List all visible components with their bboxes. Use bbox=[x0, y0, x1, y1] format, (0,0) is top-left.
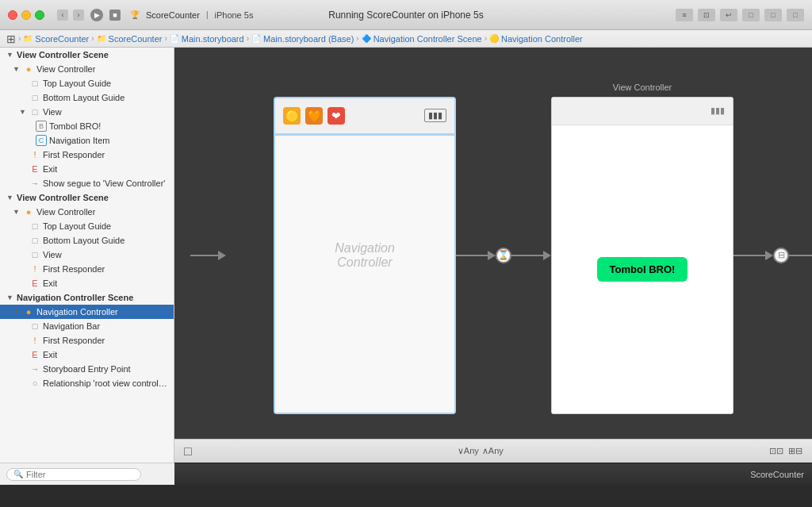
grid-view-icon[interactable]: ⊞ bbox=[6, 33, 16, 45]
sidebar-section-vc-1[interactable]: ▼ View Controller Scene bbox=[0, 48, 174, 62]
view-mode-btn-5[interactable]: □ bbox=[764, 9, 782, 21]
sidebar-item-top-layout[interactable]: □ Top Layout Guide bbox=[0, 76, 174, 90]
responder-icon-1: ! bbox=[29, 149, 40, 160]
view-mode-btn-6[interactable]: □ bbox=[787, 9, 804, 21]
vc-topbar: ▮▮▮ bbox=[552, 98, 733, 125]
sidebar-item-first-responder-2[interactable]: ! First Responder bbox=[0, 262, 174, 276]
zoom-fit-btn[interactable]: ⊡⊡ bbox=[769, 446, 783, 456]
sidebar-item-exit-3[interactable]: E Exit bbox=[0, 348, 174, 362]
arrowhead-2 bbox=[543, 251, 551, 260]
run-button[interactable]: ▶ bbox=[90, 9, 103, 21]
breadcrumb-nav-scene[interactable]: 🔷 Navigation Controller Scene bbox=[362, 34, 482, 44]
tombol-button[interactable]: Tombol BRO! bbox=[597, 257, 688, 282]
canvas-add-button[interactable]: □ bbox=[184, 444, 192, 459]
vc-frame: ▮▮▮ Tombol BRO! bbox=[551, 97, 733, 414]
sidebar-item-relationship[interactable]: ○ Relationship 'root view controller'... bbox=[0, 376, 174, 390]
app-icon: 🏆 bbox=[130, 10, 140, 19]
back-button[interactable]: ‹ bbox=[57, 10, 68, 21]
breadcrumb-nav-controller[interactable]: 🟡 Navigation Controller bbox=[489, 34, 583, 44]
relationship-icon: ○ bbox=[29, 378, 40, 389]
minimize-button[interactable] bbox=[21, 10, 31, 20]
responder-icon-2: ! bbox=[29, 263, 40, 275]
view-icon-1: □ bbox=[29, 106, 40, 117]
vc-body: Tombol BRO! bbox=[552, 125, 733, 413]
stop-button[interactable]: ■ bbox=[109, 10, 121, 21]
view-mode-btn-1[interactable]: ≡ bbox=[676, 9, 693, 21]
scene-top-icons: 🟡 🧡 ❤ bbox=[283, 107, 345, 125]
view-icon-2: □ bbox=[29, 249, 40, 260]
maximize-button[interactable] bbox=[35, 10, 44, 20]
breadcrumb-storyboard-base[interactable]: 📄 Main.storyboard (Base) bbox=[251, 34, 354, 44]
nav-controller-label: Navigation Controller bbox=[320, 241, 410, 270]
sidebar-section-nav[interactable]: ▼ Navigation Controller Scene bbox=[0, 290, 174, 305]
view-mode-btn-2[interactable]: ⊡ bbox=[698, 9, 715, 21]
device-separator: | bbox=[206, 10, 209, 19]
scene-icon-yellow: 🟡 bbox=[283, 107, 301, 125]
breadcrumb-storyboard[interactable]: 📄 Main.storyboard bbox=[170, 34, 244, 44]
segue-icon: → bbox=[29, 178, 40, 189]
zoom-in-btn[interactable]: ⊞⊟ bbox=[788, 446, 802, 456]
sidebar-item-nav-item[interactable]: C Navigation Item bbox=[0, 133, 174, 148]
arrow-circle2-to-view bbox=[789, 251, 812, 260]
nav-controller-icon: 🟡 bbox=[489, 34, 499, 44]
sidebar-item-nav-bar[interactable]: □ Navigation Bar bbox=[0, 319, 174, 333]
title-bar-right: ≡ ⊡ ↩ □ □ □ bbox=[676, 9, 804, 21]
arrow-vc-to-circle2 bbox=[733, 251, 773, 260]
arrow-nav-to-circle bbox=[456, 251, 496, 260]
sidebar-item-bottom-layout[interactable]: □ Bottom Layout Guide bbox=[0, 90, 174, 105]
breadcrumb-scorecounter-2[interactable]: 📁 ScoreCounter bbox=[97, 34, 163, 44]
entry-point-icon: → bbox=[29, 363, 40, 374]
exit-icon-2: E bbox=[29, 278, 40, 289]
folder-icon-2: 📁 bbox=[97, 34, 106, 44]
scene-icon-orange: 🧡 bbox=[305, 107, 323, 125]
exit-icon-3: E bbox=[29, 349, 40, 360]
nav-controls: ‹ › bbox=[57, 10, 84, 21]
sidebar-item-entry-point[interactable]: → Storyboard Entry Point bbox=[0, 362, 174, 376]
arrow-line-2 bbox=[511, 255, 543, 256]
button-icon-1: B bbox=[36, 121, 47, 132]
nav-controller-icon-tree: ● bbox=[23, 306, 34, 317]
sidebar-section-vc-2[interactable]: ▼ View Controller Scene bbox=[0, 190, 174, 205]
breadcrumb-scorecounter-1[interactable]: 📁 ScoreCounter bbox=[23, 34, 89, 44]
controller-icon-1: ● bbox=[23, 63, 34, 75]
breadcrumb: ⊞ › 📁 ScoreCounter › 📁 ScoreCounter › 📄 … bbox=[0, 30, 812, 48]
sidebar-item-vc-1[interactable]: ▼ ● View Controller bbox=[0, 62, 174, 76]
view-mode-btn-4[interactable]: □ bbox=[742, 9, 760, 21]
close-button[interactable] bbox=[8, 10, 17, 20]
scene-icon: 🔷 bbox=[362, 34, 371, 44]
sidebar-item-first-responder-3[interactable]: ! First Responder bbox=[0, 333, 174, 348]
arrow-line-4 bbox=[789, 255, 812, 256]
arrow-circle-to-vc bbox=[511, 251, 551, 260]
sidebar-item-bottom-layout-2[interactable]: □ Bottom Layout Guide bbox=[0, 233, 174, 248]
sidebar-item-exit-2[interactable]: E Exit bbox=[0, 276, 174, 290]
sidebar-item-top-layout-2[interactable]: □ Top Layout Guide bbox=[0, 219, 174, 233]
arrow-line-1 bbox=[456, 255, 488, 256]
canvas-bottom-bar: □ ∨Any ∧Any ⊡⊡ ⊞⊟ bbox=[174, 439, 812, 463]
any-selector: ∨Any ∧Any bbox=[458, 446, 504, 456]
sidebar-item-first-responder-1[interactable]: ! First Responder bbox=[0, 148, 174, 162]
guide-icon-3: □ bbox=[29, 221, 40, 232]
any-label-1[interactable]: ∨Any bbox=[458, 446, 479, 456]
sidebar-item-tombol[interactable]: B Tombol BRO! bbox=[0, 119, 174, 133]
nav-controller-scene: 🟡 🧡 ❤ ▮▮▮ Navigation Controller bbox=[226, 97, 456, 414]
sidebar-item-nav-controller[interactable]: ▼ ● Navigation Controller bbox=[0, 305, 174, 319]
exit-icon-1: E bbox=[29, 163, 40, 175]
forward-button[interactable]: › bbox=[73, 10, 84, 21]
section-arrow-1: ▼ bbox=[6, 51, 14, 59]
sidebar-item-exit-1[interactable]: E Exit bbox=[0, 162, 174, 176]
segue-circle-2: ⊟ bbox=[773, 248, 789, 263]
run-status: Running ScoreCounter on iPhone 5s bbox=[328, 10, 483, 21]
sidebar-item-view-2[interactable]: □ View bbox=[0, 248, 174, 262]
sidebar-item-vc-2[interactable]: ▼ ● View Controller bbox=[0, 205, 174, 219]
sidebar-item-view-1[interactable]: ▼ □ View bbox=[0, 105, 174, 119]
sidebar: ▼ View Controller Scene ▼ ● View Control… bbox=[0, 48, 174, 463]
nav-scene-topbar: 🟡 🧡 ❤ ▮▮▮ bbox=[275, 98, 454, 134]
traffic-lights bbox=[8, 10, 44, 20]
any-label-2[interactable]: ∧Any bbox=[482, 446, 504, 456]
sidebar-item-segue[interactable]: → Show segue to 'View Controller' bbox=[0, 176, 174, 190]
main-layout: ▼ View Controller Scene ▼ ● View Control… bbox=[0, 48, 812, 463]
view-mode-btn-3[interactable]: ↩ bbox=[720, 9, 737, 21]
storyboard-icon-2: 📄 bbox=[251, 34, 261, 44]
navigation-label: Navigation Controller Scene bbox=[17, 293, 133, 302]
entry-line bbox=[190, 255, 218, 256]
